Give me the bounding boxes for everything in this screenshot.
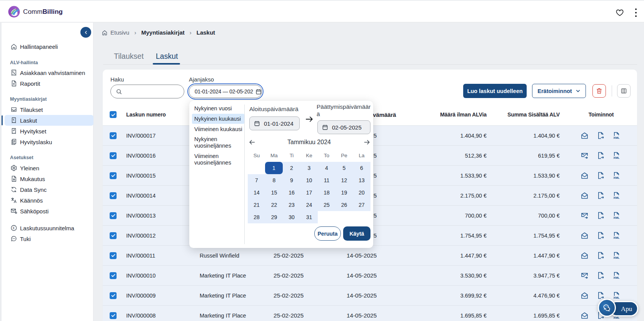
svg-text:€: € <box>13 226 15 230</box>
svg-text:€: € <box>13 118 15 121</box>
